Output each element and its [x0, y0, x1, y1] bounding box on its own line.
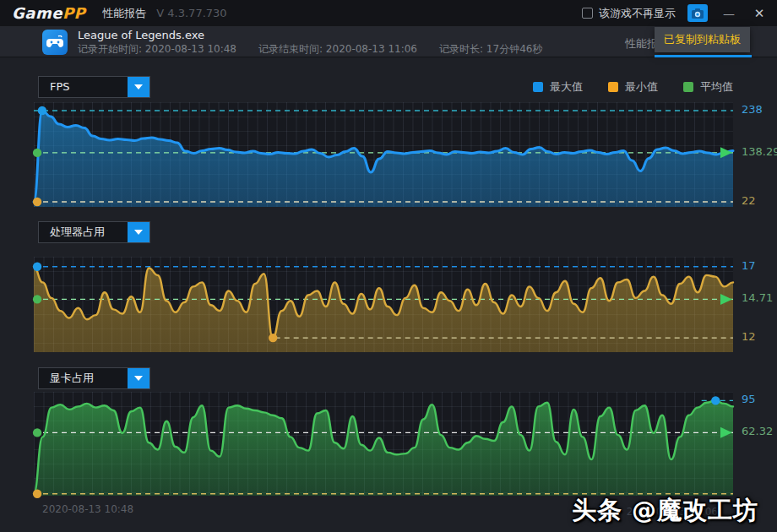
hide-game-checkbox[interactable]: 该游戏不再显示	[582, 6, 676, 21]
game-icon	[42, 30, 68, 55]
cpu-max-label: 17	[742, 259, 756, 272]
minimize-button[interactable]: —	[720, 7, 738, 20]
fps-chart-row: 238 138.29 22	[34, 102, 777, 207]
gamepp-logo: GamePP	[12, 4, 85, 22]
gamepp-window: GamePP 性能报告 V 4.3.77.730 该游戏不再显示 — ✕	[0, 0, 777, 532]
version-text: V 4.3.77.730	[156, 7, 226, 19]
cpu-chart-row: 17 14.71 12	[34, 257, 777, 352]
legend-label-min: 最小值	[625, 79, 658, 95]
avg-swatch	[683, 82, 693, 92]
cpu-chart	[34, 257, 733, 352]
fps-chart-header: FPS 最大值 最小值 平均值	[38, 75, 733, 98]
legend-item-min[interactable]: 最小值	[608, 79, 658, 95]
chart-start-timestamp: 2020-08-13 10:48	[42, 503, 133, 515]
record-start-time: 记录开始时间: 2020-08-13 10:48	[78, 42, 236, 57]
logo-game-text: Game	[12, 4, 62, 22]
fps-avg-label: 138.29	[742, 145, 777, 158]
dropdown-value: FPS	[39, 77, 128, 97]
active-tab-indicator	[655, 55, 752, 57]
logo-pp-text: PP	[62, 4, 85, 22]
cpu-min-label: 12	[742, 330, 756, 343]
chart-legend: 最大值 最小值 平均值	[533, 79, 733, 95]
max-swatch	[533, 82, 543, 92]
cpu-avg-label: 14.71	[742, 291, 773, 304]
gpu-chart-row: 95 62.32	[34, 392, 777, 496]
cpu-chart-header: 处理器占用	[38, 220, 733, 243]
close-button[interactable]: ✕	[750, 6, 769, 21]
checkbox-label: 该游戏不再显示	[599, 6, 676, 21]
window-title: 性能报告	[102, 6, 146, 21]
gpu-max-label: 95	[742, 393, 756, 405]
record-duration: 记录时长: 17分钟46秒	[439, 42, 542, 57]
chevron-down-icon[interactable]	[128, 368, 149, 388]
checkbox-box[interactable]	[582, 8, 593, 19]
legend-item-max[interactable]: 最大值	[533, 79, 583, 95]
metric-dropdown-cpu[interactable]: 处理器占用	[38, 221, 150, 243]
gamepad-icon	[46, 35, 63, 49]
dropdown-value: 显卡占用	[39, 368, 128, 388]
gpu-chart	[34, 392, 733, 496]
watermark: 头条 @魔改工坊	[572, 494, 758, 528]
metric-dropdown-fps[interactable]: FPS	[38, 76, 150, 98]
metric-dropdown-gpu[interactable]: 显卡占用	[38, 367, 150, 389]
legend-label-avg: 平均值	[700, 79, 733, 95]
min-swatch	[608, 82, 618, 92]
gpu-chart-header: 显卡占用	[38, 366, 733, 389]
screenshot-button[interactable]	[687, 4, 708, 22]
legend-item-avg[interactable]: 平均值	[683, 79, 733, 95]
game-name: League of Legends.exe	[78, 29, 204, 41]
fps-chart	[34, 102, 733, 207]
chevron-down-icon[interactable]	[128, 77, 149, 97]
titlebar: GamePP 性能报告 V 4.3.77.730 该游戏不再显示 — ✕	[0, 0, 777, 26]
chevron-down-icon[interactable]	[128, 222, 149, 242]
fps-min-label: 22	[742, 194, 756, 207]
gpu-avg-label: 62.32	[742, 425, 773, 437]
camera-icon	[692, 8, 704, 19]
clipboard-tooltip: 已复制到粘贴板	[655, 27, 750, 52]
fps-max-label: 238	[742, 103, 763, 116]
session-infobar: League of Legends.exe 记录开始时间: 2020-08-13…	[0, 26, 777, 57]
dropdown-value: 处理器占用	[39, 222, 128, 242]
legend-label-max: 最大值	[550, 79, 583, 95]
record-end-time: 记录结束时间: 2020-08-13 11:06	[258, 42, 417, 57]
